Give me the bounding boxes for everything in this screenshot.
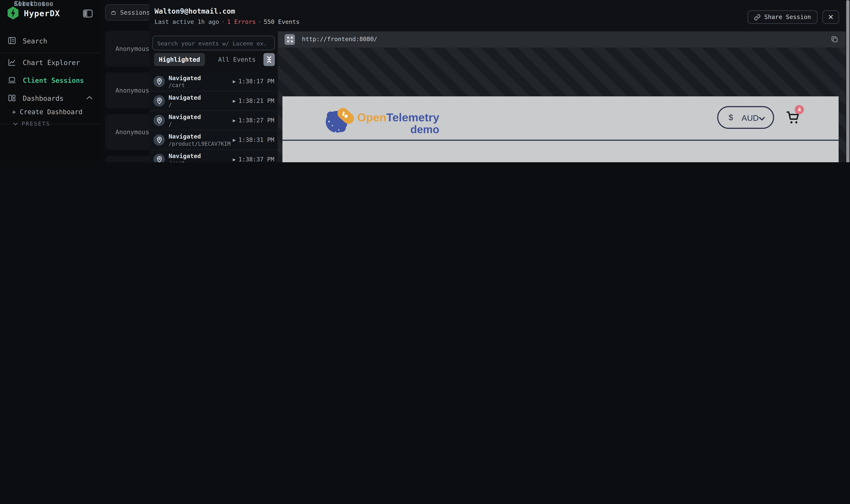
event-path: /cart	[169, 160, 185, 162]
event-path: /	[169, 121, 172, 127]
session-drawer: Walton9@hotmail.com Last active 1h ago·1…	[149, 0, 850, 162]
map-pin-icon	[154, 154, 165, 162]
presets-toggle[interactable]: PRESETS	[13, 121, 50, 127]
event-timestamp: ▶ 1:38:17 PM	[233, 78, 274, 85]
session-email: Walton9@hotmail.com	[155, 7, 235, 15]
share-session-button[interactable]: Share Session	[747, 10, 817, 24]
divider	[0, 52, 100, 53]
tab-sessions[interactable]: Sessions	[105, 4, 151, 21]
event-tabs: Highlighted All Events	[152, 53, 275, 66]
event-path: /product/L9ECAV7KIM	[169, 141, 231, 147]
chevron-down-icon	[13, 122, 18, 125]
sidebar: HyperDX Search Chart Explorer Client Ses…	[0, 0, 100, 162]
sidebar-item-dashboards[interactable]: Dashboards	[0, 90, 100, 106]
sidebar-item-search[interactable]: Search	[0, 32, 100, 49]
laptop-icon	[8, 76, 16, 85]
event-row[interactable]: Navigated / ▶ 1:38:21 PM	[149, 91, 278, 111]
map-pin-icon	[154, 76, 165, 87]
create-dashboard-link[interactable]: + Create Dashboard	[12, 108, 82, 116]
event-timestamp: ▶ 1:38:31 PM	[233, 137, 274, 143]
maximize-icon	[287, 36, 293, 43]
event-search-input[interactable]	[152, 36, 275, 50]
hyperdx-app: HyperDX Search Chart Explorer Client Ses…	[0, 0, 850, 162]
dashboards-icon	[8, 94, 16, 102]
map-pin-icon	[154, 134, 165, 145]
link-icon	[754, 14, 760, 20]
logs-icon	[8, 36, 16, 45]
brand-title: HyperDX	[24, 9, 60, 18]
play-marker-icon: ▶	[233, 138, 236, 142]
close-button[interactable]: ✕	[822, 10, 839, 24]
replay-url: http://frontend:8080/	[302, 36, 377, 43]
event-title: Navigated	[169, 75, 201, 82]
session-name: Anonymous	[116, 87, 149, 94]
session-name: Anonymous	[116, 128, 149, 136]
collapse-events-button[interactable]	[263, 53, 275, 66]
event-title: Navigated	[169, 114, 201, 121]
replay-panel: http://frontend:8080/	[278, 30, 850, 162]
scrollbar-thumb[interactable]	[846, 0, 849, 162]
expand-replay-button[interactable]	[284, 34, 295, 45]
tab-all-events[interactable]: All Events	[212, 53, 262, 66]
event-timestamp: ▶ 1:38:27 PM	[233, 117, 274, 124]
cart-badge: 4	[795, 105, 804, 114]
chart-icon	[8, 58, 16, 67]
session-meta: Last active 1h ago·1 Errors·550 Events	[155, 18, 300, 25]
currency-symbol: $	[729, 112, 733, 122]
chevron-down-icon	[759, 116, 765, 121]
tab-highlighted[interactable]: Highlighted	[154, 53, 205, 66]
currency-code: AUD	[742, 113, 759, 122]
replayed-page: OpenTelemetry demo $ AUD 4 Shopping Cart…	[282, 96, 838, 162]
chevron-up-icon	[86, 96, 92, 100]
sidebar-item-client-sessions[interactable]: Client Sessions	[0, 72, 100, 88]
copy-icon[interactable]	[831, 36, 838, 43]
otel-logo-icon	[324, 104, 355, 134]
sessions-icon	[111, 9, 116, 16]
event-title: Navigated	[169, 133, 201, 140]
event-row[interactable]: Navigated / ▶ 1:38:27 PM	[149, 111, 278, 130]
event-row[interactable]: Navigated /product/L9ECAV7KIM ▶ 1:38:31 …	[149, 130, 278, 150]
event-title: Navigated	[169, 153, 201, 160]
session-name: Anonymous	[116, 45, 149, 52]
play-marker-icon: ▶	[233, 79, 236, 84]
event-path: /cart	[169, 82, 185, 88]
app-scrollbar[interactable]	[846, 0, 850, 162]
event-row[interactable]: Navigated /cart ▶ 1:38:37 PM	[149, 150, 278, 162]
header-divider	[282, 140, 838, 141]
map-pin-icon	[154, 115, 165, 126]
replay-url-bar: http://frontend:8080/	[278, 31, 847, 48]
cart-button[interactable]: 4	[785, 110, 809, 129]
currency-selector[interactable]: $ AUD	[717, 106, 774, 129]
play-marker-icon: ▶	[233, 157, 236, 162]
otel-brand-text: OpenTelemetry demo	[357, 111, 439, 136]
close-icon: ✕	[828, 13, 834, 21]
collapse-vertical-icon	[265, 55, 273, 64]
event-panel: Highlighted All Events Navigated /cart	[149, 30, 278, 162]
event-title: Navigated	[169, 94, 201, 101]
play-marker-icon: ▶	[233, 118, 236, 123]
event-row[interactable]: Navigated /cart ▶ 1:38:17 PM	[149, 72, 278, 91]
map-pin-icon	[154, 95, 165, 107]
collapse-sidebar-icon[interactable]	[83, 9, 93, 18]
event-list: Navigated /cart ▶ 1:38:17 PM Navigated	[149, 72, 278, 162]
preset-link[interactable]: Kubernetes	[14, 0, 53, 7]
event-timestamp: ▶ 1:38:37 PM	[233, 156, 274, 162]
hyperdx-logo-icon	[7, 6, 19, 19]
play-marker-icon: ▶	[233, 99, 236, 103]
event-timestamp: ▶ 1:38:21 PM	[233, 97, 274, 104]
event-path: /	[169, 102, 172, 108]
sidebar-item-chart-explorer[interactable]: Chart Explorer	[0, 54, 100, 70]
